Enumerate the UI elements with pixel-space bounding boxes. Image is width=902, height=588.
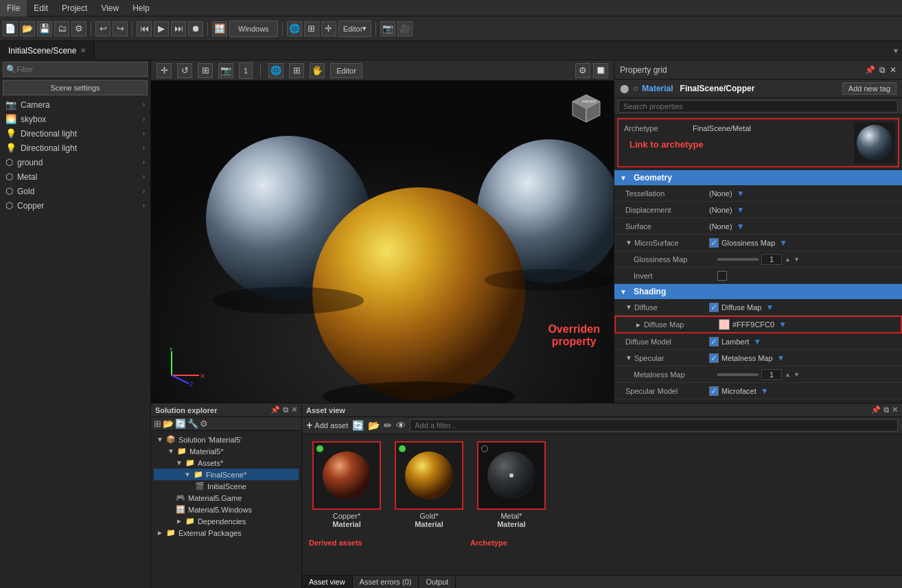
link-to-archetype-text[interactable]: Link to archetype [624,137,709,152]
menu-project[interactable]: Project [55,0,94,16]
displacement-arrow[interactable]: ▼ [737,205,745,215]
av-close-btn[interactable]: ✕ [892,405,898,414]
sol-assets[interactable]: ▼ 📁 Assets* [154,457,299,469]
cam-btn2[interactable]: 🎥 [397,21,413,36]
diffuse-mode-arrow[interactable]: ▼ [766,303,774,312]
tab-overflow[interactable]: ▾ [890,46,902,56]
diffuse-map-arrow[interactable]: ▼ [778,320,787,329]
stop-btn[interactable]: ⏺ [188,21,203,36]
viewport-rotate-icon[interactable]: ↺ [177,63,192,78]
move-icon[interactable]: ✛ [321,21,336,36]
settings-btn[interactable]: ⚙ [71,21,86,36]
cam-btn1[interactable]: 📷 [380,21,395,36]
save-all-btn[interactable]: 🗂 [54,21,69,36]
asset-filter-input[interactable] [410,419,898,432]
windows-dropdown[interactable]: Windows [229,21,278,37]
glossiness-num[interactable]: 1 [761,254,782,265]
save-btn[interactable]: 💾 [37,21,52,36]
microsurface-check[interactable]: ✓ [709,238,719,248]
av-pin-btn[interactable]: 📌 [871,405,881,414]
cube-nav[interactable]: FRONT [566,88,607,129]
glossiness-slider[interactable] [717,258,759,261]
output-tab[interactable]: Output [419,576,456,588]
redo-btn[interactable]: ↪ [113,21,128,36]
microsurface-collapse[interactable]: ▼ [625,239,632,246]
new-btn[interactable]: 📄 [3,21,18,36]
se-btn1[interactable]: ⊞ [154,419,161,429]
sol-mat5win[interactable]: 🪟 Material5.Windows [154,504,299,515]
sol-extpkg[interactable]: ► 📁 External Packages [154,527,299,539]
asset-move-icon[interactable]: 📂 [368,420,380,431]
specular-collapse[interactable]: ▼ [625,354,632,362]
sol-mat5game[interactable]: 🎮 Material5.Game [154,492,299,504]
asset-eye-icon[interactable]: 👁 [396,420,406,431]
tree-item-gold[interactable]: ⬡ Gold › [0,184,150,198]
close-icon[interactable]: ✕ [890,65,897,75]
surface-arrow[interactable]: ▼ [737,222,745,231]
viewport-pan-icon[interactable]: 🖐 [310,63,325,78]
av-float-btn[interactable]: ⧉ [883,405,889,414]
sol-root[interactable]: ▼ 📦 Solution 'Material5' [154,434,299,445]
se-btn5[interactable]: ⚙ [200,419,208,429]
grid-icon[interactable]: ⊞ [304,21,319,36]
sol-finalscene[interactable]: ▼ 📁 FinalScene* [154,469,299,480]
add-new-tag-btn[interactable]: Add new tag [842,82,897,95]
diffuse-check[interactable]: ✓ [709,303,719,312]
shading-section-header[interactable]: ▼ Shading [614,284,902,299]
sol-deps[interactable]: ► 📁 Dependencies [154,515,299,527]
asset-errors-tab[interactable]: Asset errors (0) [353,576,419,588]
viewport-canvas[interactable]: FRONT X Y Z [151,81,614,403]
asset-edit-icon[interactable]: ✏ [384,420,392,431]
menu-edit[interactable]: Edit [27,0,55,16]
asset-refresh-icon[interactable]: 🔄 [352,420,364,431]
invert-check[interactable] [717,271,727,281]
specular-model-check[interactable]: ✓ [709,386,719,396]
undo-btn[interactable]: ↩ [95,21,111,36]
diffuse-map-expand[interactable]: ► [635,321,642,329]
asset-card-copper[interactable]: Copper* Material [309,441,384,528]
viewport-globe-icon[interactable]: 🌐 [268,63,284,78]
float-icon[interactable]: ⧉ [879,65,886,75]
menu-help[interactable]: Help [126,0,157,16]
add-asset-btn[interactable]: + Add asset [306,419,348,432]
geometry-section-header[interactable]: ▼ Geometry [614,170,902,185]
tree-item-dirlight2[interactable]: 💡 Directional light › [0,141,150,155]
play-next-btn[interactable]: ⏭ [171,21,186,36]
specular-model-arrow[interactable]: ▼ [761,386,769,396]
tree-item-camera[interactable]: 📷 Camera › [0,97,150,112]
diffuse-collapse[interactable]: ▼ [625,303,632,311]
se-btn2[interactable]: 📂 [163,419,174,429]
viewport-move-icon[interactable]: ✛ [157,63,172,78]
play-prev-btn[interactable]: ⏮ [137,21,152,36]
microsurface-arrow[interactable]: ▼ [779,238,787,248]
tessellation-arrow[interactable]: ▼ [737,189,745,198]
menu-view[interactable]: View [94,0,126,16]
open-btn[interactable]: 📂 [20,21,35,36]
metalness-num[interactable]: 1 [761,369,782,380]
scene-tab-close[interactable]: ✕ [80,47,86,54]
scene-tab[interactable]: InitialScene/Scene ✕ [0,41,95,60]
tree-item-skybox[interactable]: 🌅 skybox › [0,112,150,126]
viewport-cam-icon[interactable]: 📷 [218,63,233,78]
tree-item-metal[interactable]: ⬡ Metal › [0,169,150,184]
viewport-extra2[interactable]: 🔲 [593,63,608,78]
sol-initialscene[interactable]: 🎬 InitialScene [154,480,299,492]
metalness-spin-up[interactable]: ▲ [785,371,791,378]
globe-icon[interactable]: 🌐 [287,21,302,36]
step-btn[interactable]: ▶ [154,21,169,36]
editor-dropdown[interactable]: Editor ▾ [338,21,372,37]
asset-view-tab[interactable]: Asset view [302,576,353,588]
tree-item-copper[interactable]: ⬡ Copper › [0,198,150,213]
filter-input[interactable] [16,62,144,76]
glossiness-spin-up[interactable]: ▲ [785,256,791,263]
se-btn4[interactable]: 🔧 [187,419,198,429]
viewport-grid2-icon[interactable]: ⊞ [289,63,304,78]
diffuse-model-check[interactable]: ✓ [709,337,719,346]
se-float-btn[interactable]: ⧉ [283,405,288,414]
tree-item-ground[interactable]: ⬡ ground › [0,155,150,169]
viewport-cam-num[interactable]: 1 [239,62,253,79]
metalness-slider[interactable] [717,373,759,376]
link-to-archetype-row[interactable]: Link to archetype [621,134,854,154]
viewport-scale-icon[interactable]: ⊞ [198,63,213,78]
tree-item-dirlight1[interactable]: 💡 Directional light › [0,126,150,141]
